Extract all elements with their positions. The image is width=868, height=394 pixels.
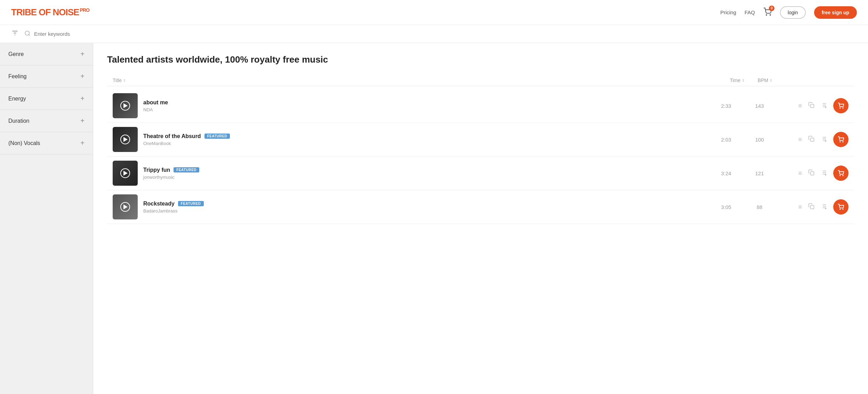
svg-point-25 (840, 142, 841, 142)
svg-point-15 (840, 108, 841, 108)
play-button[interactable] (120, 135, 130, 144)
copy-icon[interactable] (808, 203, 814, 211)
search-input[interactable] (34, 31, 857, 37)
add-to-cart-button[interactable] (833, 199, 849, 215)
header-nav: Pricing FAQ 0 login free sign up (720, 6, 857, 19)
track-actions: ≡ (779, 132, 849, 147)
svg-point-0 (766, 15, 767, 15)
featured-badge: FEATURED (204, 134, 230, 139)
track-artist: NDA (143, 107, 707, 112)
track-thumbnail[interactable] (113, 127, 138, 152)
logo: TRIBE OF NOISEPRO (11, 7, 89, 18)
duration-expand-icon: + (80, 117, 85, 125)
svg-rect-37 (811, 205, 814, 209)
cart-button[interactable]: 0 (763, 8, 772, 17)
play-button[interactable] (120, 101, 130, 111)
waveform-icon[interactable]: ≡ (798, 203, 802, 211)
play-triangle-icon (123, 171, 128, 176)
track-thumbnail[interactable] (113, 194, 138, 219)
col-time-header: Time ⇕ (723, 78, 751, 83)
sidebar-item-feeling[interactable]: Feeling + (0, 65, 93, 88)
col-title-header: Title ⇕ (113, 78, 723, 83)
track-row: Trippy fun FEATURED jonworthymusic 3:24 … (107, 156, 854, 190)
track-time: 2:03 (712, 137, 740, 143)
cart-badge: 0 (769, 6, 774, 11)
track-bpm: 121 (746, 170, 773, 176)
track-thumbnail[interactable] (113, 93, 138, 118)
play-overlay[interactable] (113, 161, 138, 186)
title-sort-icon[interactable]: ⇕ (123, 79, 126, 82)
play-button[interactable] (120, 202, 130, 212)
layout: Genre + Feeling + Energy + Duration + (N… (0, 43, 868, 394)
track-info: Trippy fun FEATURED jonworthymusic (143, 167, 707, 180)
add-to-list-icon[interactable] (821, 203, 827, 211)
sidebar-item-energy[interactable]: Energy + (0, 88, 93, 110)
main-content: Talented artists worldwide, 100% royalty… (93, 43, 868, 394)
add-to-cart-button[interactable] (833, 166, 849, 181)
svg-point-35 (840, 175, 841, 176)
add-to-cart-button[interactable] (833, 132, 849, 147)
svg-point-16 (843, 108, 843, 108)
add-to-list-icon[interactable] (821, 169, 827, 177)
genre-expand-icon: + (80, 50, 85, 58)
bpm-sort-icon[interactable]: ⇕ (770, 79, 772, 82)
track-info: about me NDA (143, 99, 707, 112)
play-triangle-icon (123, 137, 128, 142)
track-info: Theatre of the Absurd FEATURED OneManBoo… (143, 133, 707, 146)
copy-icon[interactable] (808, 169, 814, 177)
sidebar-item-vocals[interactable]: (Non) Vocals + (0, 132, 93, 154)
add-to-cart-button[interactable] (833, 98, 849, 113)
svg-point-26 (843, 142, 843, 142)
logo-text: TRIBE OF NOISE (11, 7, 79, 17)
play-button[interactable] (120, 168, 130, 178)
svg-point-45 (840, 209, 841, 210)
track-title: about me (143, 99, 707, 106)
add-to-list-icon[interactable] (821, 136, 827, 144)
search-input-wrap (24, 30, 857, 38)
waveform-icon[interactable]: ≡ (798, 102, 802, 110)
table-header: Title ⇕ Time ⇕ BPM ⇕ (107, 75, 854, 86)
track-thumbnail[interactable] (113, 161, 138, 186)
play-overlay[interactable] (113, 194, 138, 219)
signup-button[interactable]: free sign up (814, 6, 857, 19)
logo-pro: PRO (80, 7, 89, 13)
faq-link[interactable]: FAQ (745, 9, 755, 15)
sidebar-item-genre[interactable]: Genre + (0, 43, 93, 65)
track-bpm: 88 (746, 204, 773, 210)
featured-badge: FEATURED (178, 201, 204, 206)
track-actions: ≡ (779, 98, 849, 113)
svg-point-46 (843, 209, 843, 210)
play-triangle-icon (123, 103, 128, 108)
svg-rect-27 (811, 171, 814, 175)
header: TRIBE OF NOISEPRO Pricing FAQ 0 login fr… (0, 0, 868, 25)
pricing-link[interactable]: Pricing (720, 9, 736, 15)
track-bpm: 100 (746, 137, 773, 143)
play-overlay[interactable] (113, 93, 138, 118)
track-actions: ≡ (779, 166, 849, 181)
energy-expand-icon: + (80, 95, 85, 103)
play-triangle-icon (123, 204, 128, 209)
waveform-icon[interactable]: ≡ (798, 170, 802, 177)
track-title: Trippy fun FEATURED (143, 167, 707, 173)
track-actions: ≡ (779, 199, 849, 215)
play-overlay[interactable] (113, 127, 138, 152)
svg-rect-7 (811, 104, 814, 107)
track-artist: OneManBook (143, 141, 707, 146)
time-sort-icon[interactable]: ⇕ (742, 79, 745, 82)
feeling-expand-icon: + (80, 72, 85, 80)
add-to-list-icon[interactable] (821, 102, 827, 110)
track-row: about me NDA 2:33 143 ≡ (107, 89, 854, 123)
svg-rect-17 (811, 138, 814, 141)
svg-line-6 (29, 34, 30, 35)
track-time: 3:05 (712, 204, 740, 210)
sidebar-item-duration[interactable]: Duration + (0, 110, 93, 132)
page-title: Talented artists worldwide, 100% royalty… (107, 54, 854, 65)
copy-icon[interactable] (808, 136, 814, 144)
waveform-icon[interactable]: ≡ (798, 136, 802, 143)
filter-icon[interactable] (11, 29, 19, 39)
col-bpm-header: BPM ⇕ (751, 78, 779, 83)
login-button[interactable]: login (780, 6, 806, 19)
track-time: 3:24 (712, 170, 740, 176)
sidebar: Genre + Feeling + Energy + Duration + (N… (0, 43, 93, 394)
copy-icon[interactable] (808, 102, 814, 110)
